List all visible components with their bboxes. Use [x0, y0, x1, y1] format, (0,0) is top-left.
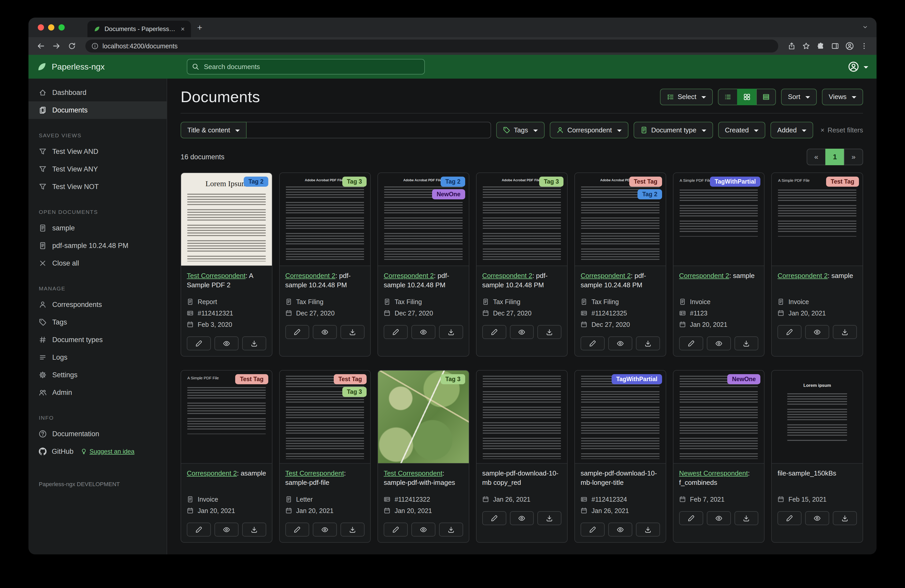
edit-button[interactable] [482, 325, 506, 339]
browser-tab[interactable]: Documents - Paperless-ngx × [87, 21, 191, 37]
sidebar-item-settings[interactable]: Settings [29, 366, 167, 384]
correspondent-link[interactable]: Test Correspondent [384, 469, 442, 477]
edit-button[interactable] [679, 511, 703, 525]
view-button[interactable] [510, 511, 534, 525]
edit-button[interactable] [778, 325, 802, 339]
prev-page-button[interactable]: « [807, 149, 826, 165]
tag-badge[interactable]: Tag 3 [342, 177, 367, 187]
download-button[interactable] [537, 325, 561, 339]
current-page-button[interactable]: 1 [825, 149, 845, 165]
download-button[interactable] [340, 523, 365, 537]
filter-query-input[interactable] [246, 122, 491, 138]
tag-badge[interactable]: Tag 3 [441, 374, 465, 384]
correspondent-link[interactable]: Correspondent 2 [482, 272, 532, 279]
zoom-window-button[interactable] [59, 24, 65, 30]
sidebar-item-open-doc-sample[interactable]: sample [29, 219, 167, 237]
sidebar-item-test-view-any[interactable]: Test View ANY [29, 160, 167, 178]
download-button[interactable] [439, 325, 463, 339]
download-button[interactable] [537, 511, 561, 525]
tag-badge[interactable]: Tag 3 [342, 387, 367, 397]
tab-close-icon[interactable]: × [180, 25, 186, 33]
edit-button[interactable] [187, 523, 211, 537]
edit-button[interactable] [679, 336, 703, 350]
edit-button[interactable] [384, 325, 408, 339]
grid-view-button[interactable] [737, 89, 757, 105]
document-thumbnail[interactable]: A Simple PDF File TagWithPartial [673, 173, 764, 266]
view-button[interactable] [805, 325, 829, 339]
tag-badge[interactable]: Tag 3 [539, 177, 564, 187]
suggest-idea-link[interactable]: Suggest an idea [81, 448, 134, 455]
correspondent-link[interactable]: Correspondent 2 [187, 469, 237, 477]
tag-badge[interactable]: TagWithPartial [710, 177, 761, 187]
view-button[interactable] [214, 336, 238, 350]
view-button[interactable] [707, 336, 731, 350]
sidebar-item-tags[interactable]: Tags [29, 314, 167, 331]
minimize-window-button[interactable] [48, 24, 54, 30]
sidebar-item-correspondents[interactable]: Correspondents [29, 296, 167, 314]
correspondent-link[interactable]: Correspondent 2 [778, 272, 828, 279]
download-button[interactable] [636, 336, 660, 350]
side-panel-icon[interactable] [829, 40, 841, 52]
back-button[interactable] [35, 40, 47, 52]
correspondent-link[interactable]: Correspondent 2 [581, 272, 631, 279]
correspondent-link[interactable]: Newest Correspondent [679, 469, 748, 477]
site-info-icon[interactable] [92, 43, 98, 49]
close-window-button[interactable] [38, 24, 44, 30]
tag-badge[interactable]: Test Tag [826, 177, 859, 187]
next-page-button[interactable]: » [844, 149, 863, 165]
download-button[interactable] [636, 523, 660, 537]
document-thumbnail[interactable]: Tag 3 [378, 371, 469, 464]
reload-button[interactable] [66, 40, 78, 52]
document-thumbnail[interactable]: TagWithPartial [575, 371, 666, 464]
download-button[interactable] [242, 336, 266, 350]
document-thumbnail[interactable]: A Simple PDF File Test Tag [181, 371, 272, 464]
tag-badge[interactable]: Test Tag [235, 374, 268, 384]
sidebar-item-test-view-not[interactable]: Test View NOT [29, 178, 167, 195]
view-button[interactable] [805, 511, 829, 525]
view-button[interactable] [608, 336, 632, 350]
correspondent-link[interactable]: Test Correspondent [187, 272, 246, 279]
view-button[interactable] [608, 523, 632, 537]
correspondent-link[interactable]: Correspondent 2 [384, 272, 434, 279]
download-button[interactable] [242, 523, 266, 537]
forward-button[interactable] [50, 40, 63, 52]
view-button[interactable] [411, 325, 435, 339]
tag-badge[interactable]: NewOne [432, 189, 465, 200]
sidebar-item-open-doc-pdf-sample[interactable]: pdf-sample 10.24.48 PM [29, 237, 167, 254]
list-view-button[interactable] [718, 89, 738, 105]
download-button[interactable] [439, 523, 463, 537]
views-button[interactable]: Views [822, 89, 863, 105]
tab-search-icon[interactable] [862, 23, 876, 32]
document-thumbnail[interactable]: Lorem ipsum [772, 371, 862, 464]
tag-badge[interactable]: Tag 2 [244, 177, 268, 187]
correspondent-link[interactable]: Correspondent 2 [679, 272, 729, 279]
extensions-puzzle-icon[interactable] [814, 40, 827, 52]
download-button[interactable] [833, 325, 857, 339]
detail-view-button[interactable] [756, 89, 776, 105]
browser-menu-kebab-icon[interactable] [858, 40, 870, 52]
download-button[interactable] [833, 511, 857, 525]
sort-button[interactable]: Sort [781, 89, 817, 105]
document-thumbnail[interactable]: NewOne [673, 371, 764, 464]
url-bar[interactable]: localhost:4200/documents [86, 40, 778, 52]
document-thumbnail[interactable]: Lorem Ipsum Tag 2 [181, 173, 272, 266]
title-content-dropdown[interactable]: Title & content [181, 122, 246, 138]
edit-button[interactable] [384, 523, 408, 537]
user-menu[interactable] [848, 61, 868, 72]
tag-badge[interactable]: Tag 2 [441, 177, 465, 187]
tag-badge[interactable]: Test Tag [629, 177, 662, 187]
edit-button[interactable] [581, 336, 605, 350]
app-logo[interactable]: Paperless-ngx [37, 62, 166, 72]
correspondent-link[interactable]: Correspondent 2 [285, 272, 335, 279]
sidebar-item-documentation[interactable]: Documentation [29, 425, 167, 443]
document-thumbnail[interactable] [476, 371, 567, 464]
browser-profile-avatar[interactable] [843, 40, 856, 52]
document-type-filter-button[interactable]: Document type [634, 122, 713, 138]
tag-badge[interactable]: NewOne [727, 374, 761, 384]
download-button[interactable] [340, 325, 365, 339]
edit-button[interactable] [482, 511, 506, 525]
tag-badge[interactable]: Test Tag [334, 374, 367, 384]
view-button[interactable] [214, 523, 238, 537]
view-button[interactable] [707, 511, 731, 525]
document-thumbnail[interactable]: Adobe Acrobat PDF Files Test TagTag 2 [575, 173, 666, 266]
